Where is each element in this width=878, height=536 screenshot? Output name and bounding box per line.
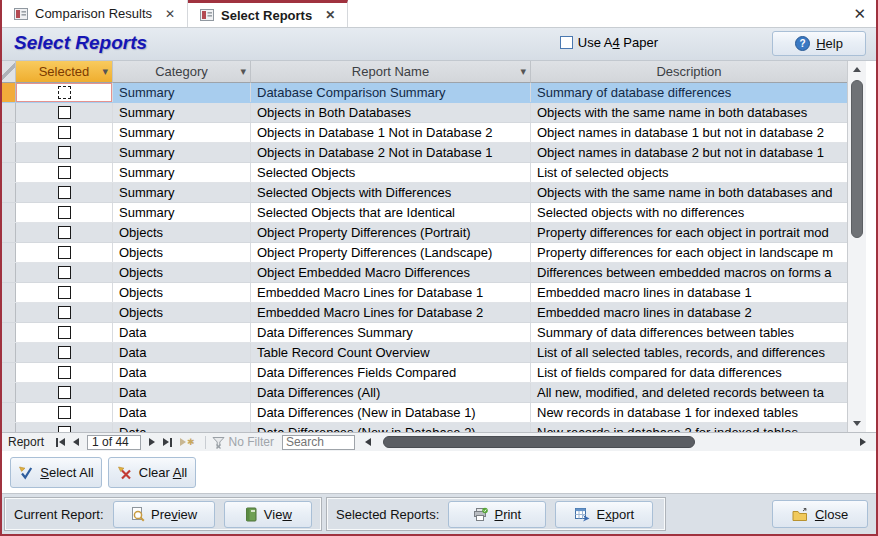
selected-cell[interactable]	[16, 183, 113, 202]
description-cell[interactable]: Object names in database 2 but not in da…	[531, 143, 847, 162]
report-name-cell[interactable]: Embedded Macro Lines for Database 2	[251, 303, 531, 322]
category-cell[interactable]: Summary	[113, 123, 251, 142]
description-cell[interactable]: List of selected objects	[531, 163, 847, 182]
category-cell[interactable]: Objects	[113, 263, 251, 282]
table-row[interactable]: Data Table Record Count Overview List of…	[2, 343, 847, 363]
category-cell[interactable]: Summary	[113, 183, 251, 202]
description-cell[interactable]: Property differences for each object in …	[531, 223, 847, 242]
row-selector[interactable]	[2, 303, 16, 322]
report-name-cell[interactable]: Object Property Differences (Portrait)	[251, 223, 531, 242]
row-checkbox[interactable]	[58, 146, 71, 159]
table-row[interactable]: Data Data Differences (New in Database 1…	[2, 403, 847, 423]
description-cell[interactable]: List of fields compared for data differe…	[531, 363, 847, 382]
report-name-cell[interactable]: Embedded Macro Lines for Database 1	[251, 283, 531, 302]
report-name-cell[interactable]: Object Property Differences (Landscape)	[251, 243, 531, 262]
description-cell[interactable]: Selected objects with no differences	[531, 203, 847, 222]
chevron-down-icon[interactable]: ▾	[520, 61, 526, 82]
report-name-cell[interactable]: Database Comparison Summary	[251, 83, 531, 102]
row-checkbox[interactable]	[58, 306, 71, 319]
view-button[interactable]: View	[224, 501, 312, 528]
description-cell[interactable]: Embedded macro lines in database 1	[531, 283, 847, 302]
row-checkbox[interactable]	[58, 246, 71, 259]
report-name-cell[interactable]: Objects in Database 2 Not in Database 1	[251, 143, 531, 162]
row-selector[interactable]	[2, 403, 16, 422]
scroll-up-icon[interactable]	[848, 61, 866, 78]
scroll-down-icon[interactable]	[848, 415, 866, 432]
table-row[interactable]: Data Data Differences (All) All new, mod…	[2, 383, 847, 403]
selected-cell[interactable]	[16, 423, 113, 432]
selected-cell[interactable]	[16, 103, 113, 122]
row-selector[interactable]	[2, 243, 16, 262]
selected-cell[interactable]	[16, 223, 113, 242]
search-input[interactable]	[282, 435, 355, 450]
row-selector[interactable]	[2, 223, 16, 242]
description-cell[interactable]: Summary of database differences	[531, 83, 847, 102]
table-row[interactable]: Data Data Differences Fields Compared Li…	[2, 363, 847, 383]
no-filter-button[interactable]: No Filter	[212, 435, 274, 449]
selected-cell[interactable]	[16, 143, 113, 162]
selected-cell[interactable]	[16, 83, 113, 102]
row-selector[interactable]	[2, 423, 16, 432]
row-checkbox[interactable]	[58, 86, 71, 99]
category-cell[interactable]: Summary	[113, 203, 251, 222]
export-button[interactable]: Export	[555, 501, 653, 528]
table-row[interactable]: Summary Database Comparison Summary Summ…	[2, 83, 847, 103]
description-cell[interactable]: New records in database 2 for indexed ta…	[531, 423, 847, 432]
first-record-button[interactable]	[56, 438, 65, 447]
row-selector[interactable]	[2, 83, 16, 102]
description-cell[interactable]: Objects with the same name in both datab…	[531, 183, 847, 202]
row-selector[interactable]	[2, 323, 16, 342]
scroll-left-icon[interactable]	[365, 438, 371, 446]
print-button[interactable]: Print	[448, 501, 546, 528]
selected-cell[interactable]	[16, 203, 113, 222]
preview-button[interactable]: Preview	[113, 501, 215, 528]
description-cell[interactable]: Embedded macro lines in database 2	[531, 303, 847, 322]
category-cell[interactable]: Data	[113, 363, 251, 382]
column-header-category[interactable]: Category▾	[113, 61, 251, 83]
chevron-down-icon[interactable]: ▾	[102, 61, 108, 82]
select-all-corner[interactable]	[2, 61, 16, 83]
chevron-down-icon[interactable]: ▾	[240, 61, 246, 82]
selected-cell[interactable]	[16, 283, 113, 302]
table-row[interactable]: Summary Selected Objects with Difference…	[2, 183, 847, 203]
table-row[interactable]: Summary Objects in Both Databases Object…	[2, 103, 847, 123]
row-selector[interactable]	[2, 363, 16, 382]
report-name-cell[interactable]: Objects in Both Databases	[251, 103, 531, 122]
horizontal-scrollbar-thumb[interactable]	[383, 436, 695, 448]
row-checkbox[interactable]	[58, 206, 71, 219]
category-cell[interactable]: Data	[113, 343, 251, 362]
category-cell[interactable]: Objects	[113, 223, 251, 242]
row-checkbox[interactable]	[58, 286, 71, 299]
table-row[interactable]: Summary Objects in Database 2 Not in Dat…	[2, 143, 847, 163]
selected-cell[interactable]	[16, 363, 113, 382]
vertical-scrollbar[interactable]	[847, 61, 866, 432]
table-row[interactable]: Objects Object Property Differences (Lan…	[2, 243, 847, 263]
selected-cell[interactable]	[16, 403, 113, 422]
use-a4-paper-checkbox[interactable]	[560, 36, 573, 49]
help-button[interactable]: ? Help	[772, 31, 866, 56]
category-cell[interactable]: Objects	[113, 243, 251, 262]
last-record-button[interactable]	[163, 438, 172, 447]
category-cell[interactable]: Summary	[113, 163, 251, 182]
tab-select-reports[interactable]: Select Reports ✕	[188, 0, 348, 27]
report-name-cell[interactable]: Selected Objects that are Identical	[251, 203, 531, 222]
table-row[interactable]: Objects Object Embedded Macro Difference…	[2, 263, 847, 283]
row-checkbox[interactable]	[58, 106, 71, 119]
category-cell[interactable]: Summary	[113, 83, 251, 102]
category-cell[interactable]: Data	[113, 383, 251, 402]
horizontal-scrollbar-track[interactable]	[375, 435, 856, 449]
row-selector[interactable]	[2, 183, 16, 202]
report-name-cell[interactable]: Selected Objects	[251, 163, 531, 182]
description-cell[interactable]: List of all selected tables, records, an…	[531, 343, 847, 362]
row-checkbox[interactable]	[58, 226, 71, 239]
row-checkbox[interactable]	[58, 266, 71, 279]
report-name-cell[interactable]: Data Differences Summary	[251, 323, 531, 342]
row-selector[interactable]	[2, 163, 16, 182]
close-button[interactable]: Close	[772, 500, 868, 528]
row-selector[interactable]	[2, 143, 16, 162]
record-position[interactable]: 1 of 44	[87, 435, 141, 450]
description-cell[interactable]: Summary of data differences between tabl…	[531, 323, 847, 342]
table-row[interactable]: Objects Embedded Macro Lines for Databas…	[2, 283, 847, 303]
description-cell[interactable]: Object names in database 1 but not in da…	[531, 123, 847, 142]
row-checkbox[interactable]	[58, 166, 71, 179]
